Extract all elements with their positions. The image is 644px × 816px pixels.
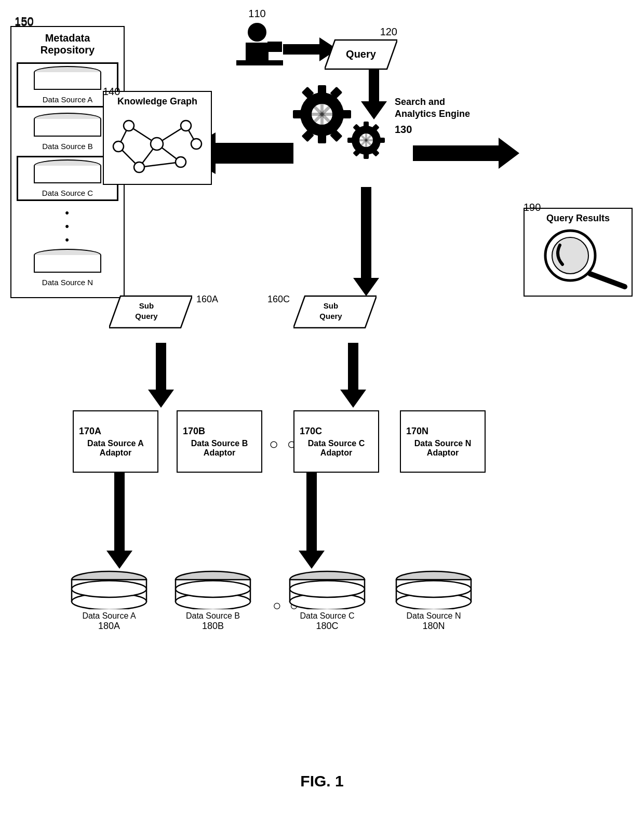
svg-point-81	[396, 581, 471, 597]
svg-point-55	[176, 157, 186, 167]
cyl-body-b	[34, 119, 101, 137]
svg-marker-6	[106, 473, 132, 569]
svg-point-73	[176, 581, 250, 597]
bottom-ds-b: Data Source B 180B	[174, 570, 252, 632]
label-170c: 170C	[300, 426, 373, 437]
knowledge-graph-svg	[108, 110, 206, 178]
cylinder-bottom-n	[395, 570, 473, 609]
gear-main-icon	[291, 73, 395, 166]
metadata-repo-title: Metadata Repository	[17, 32, 118, 56]
svg-point-52	[181, 121, 191, 131]
adaptor-c-label: Data Source C Adaptor	[308, 439, 365, 457]
dots-separator-repo: •••	[17, 206, 118, 247]
adaptor-n-label: Data Source N Adaptor	[414, 439, 471, 457]
svg-text:Query: Query	[346, 48, 377, 60]
label-170a: 170A	[79, 426, 152, 437]
svg-text:Sub: Sub	[139, 301, 154, 310]
person-icon	[231, 21, 283, 78]
svg-marker-5	[340, 343, 366, 408]
user-area: 110	[231, 8, 283, 78]
bottom-ds-a-label: Data Source A	[82, 611, 136, 621]
label-150-text: 150	[15, 16, 34, 29]
bottom-ds-c: Data Source C 180C	[288, 570, 366, 632]
label-130: 130	[395, 123, 488, 136]
datasource-n-label-repo: Data Source N	[42, 278, 93, 287]
svg-point-54	[134, 162, 144, 172]
cyl-body-a	[34, 72, 101, 90]
engine-label: Search and Analytics Engine 130	[395, 96, 488, 136]
svg-point-8	[248, 23, 266, 42]
label-180n: 180N	[422, 621, 445, 632]
svg-marker-2	[353, 187, 379, 296]
svg-marker-4	[148, 343, 174, 408]
adaptor-a-box: 170A Data Source A Adaptor	[73, 410, 158, 473]
cylinder-bottom-b	[174, 570, 252, 609]
knowledge-graph-box: Knowledge Graph	[103, 91, 212, 185]
figure-label: FIG. 1	[300, 772, 343, 790]
svg-marker-3	[413, 138, 519, 169]
adaptor-b-label: Data Source B Adaptor	[191, 439, 248, 457]
adaptor-c-box: 170C Data Source C Adaptor	[293, 410, 379, 473]
cyl-body-c	[34, 166, 101, 183]
cylinder-n	[34, 249, 101, 276]
datasource-a-label-repo: Data Source A	[43, 95, 93, 104]
adaptor-n-box: 170N Data Source N Adaptor	[400, 410, 486, 473]
cylinder-bottom-c	[288, 570, 366, 609]
label-170n: 170N	[406, 426, 479, 437]
svg-rect-10	[236, 60, 283, 65]
query-shape: Query	[325, 39, 397, 70]
svg-point-56	[191, 139, 202, 149]
query-results-title: Query Results	[529, 213, 627, 224]
bottom-ds-n-label: Data Source N	[407, 611, 461, 621]
svg-line-49	[139, 162, 181, 167]
svg-rect-9	[246, 43, 269, 61]
svg-point-51	[124, 121, 134, 131]
svg-text:Query: Query	[319, 312, 342, 320]
cylinder-c	[34, 159, 101, 186]
cylinder-bottom-a	[70, 570, 148, 609]
label-180b: 180B	[202, 621, 224, 632]
label-160c: 160C	[267, 294, 290, 305]
svg-text:Sub: Sub	[324, 301, 338, 310]
cylinder-b	[34, 113, 101, 140]
subquery-c-area: 160C Sub Query	[293, 295, 377, 331]
label-120: 120	[325, 26, 397, 38]
gear-area	[291, 73, 395, 168]
svg-point-69	[72, 581, 146, 597]
cylinder-a	[34, 66, 101, 93]
bottom-ds-b-label: Data Source B	[186, 611, 240, 621]
svg-point-77	[290, 581, 365, 597]
datasource-b-label-repo: Data Source B	[42, 142, 93, 151]
label-160a: 160A	[196, 294, 218, 305]
bottom-ds-a: Data Source A 180A	[70, 570, 148, 632]
subquery-a-shape: Sub Query	[109, 295, 192, 329]
subquery-c-shape: Sub Query	[293, 295, 377, 329]
magnifier-icon	[529, 227, 627, 289]
label-190: 190	[524, 202, 541, 213]
svg-text:Query: Query	[135, 312, 158, 320]
bottom-ds-c-label: Data Source C	[300, 611, 355, 621]
query-parallelogram: Query	[325, 39, 397, 70]
adaptor-b-box: 170B Data Source B Adaptor	[177, 410, 262, 473]
datasource-n-cylinder-repo: Data Source N	[17, 249, 118, 287]
label-170b: 170B	[183, 426, 256, 437]
svg-line-59	[590, 274, 625, 287]
label-180a: 180A	[98, 621, 120, 632]
svg-point-50	[151, 138, 163, 150]
svg-marker-7	[299, 473, 325, 569]
bottom-ds-n: Data Source N 180N	[395, 570, 473, 632]
query-area: 120 Query	[325, 26, 397, 70]
svg-rect-11	[267, 42, 282, 52]
adaptor-a-label: Data Source A Adaptor	[87, 439, 144, 457]
cyl-body-n	[34, 255, 101, 273]
knowledge-graph-title: Knowledge Graph	[108, 96, 207, 107]
label-110: 110	[248, 8, 265, 20]
query-results-box: Query Results	[524, 208, 633, 297]
diagram-container: 150 Metadata Repository Data Source A Da…	[0, 0, 644, 816]
svg-point-53	[113, 141, 124, 152]
label-180c: 180C	[316, 621, 338, 632]
subquery-a-area: Sub Query 160A	[109, 295, 192, 331]
label-140: 140	[103, 86, 120, 98]
datasource-c-label-repo: Data Source C	[42, 189, 93, 197]
